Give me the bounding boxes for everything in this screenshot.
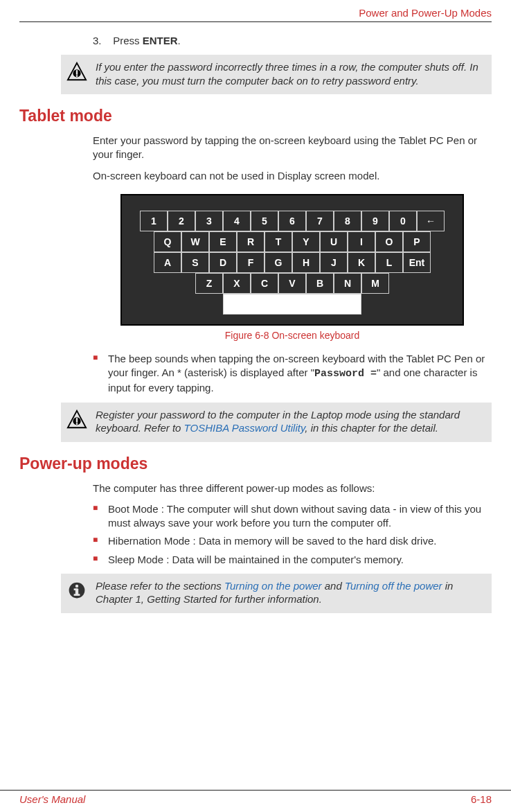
key-3: 3 [195,211,223,231]
warning-icon [65,408,89,430]
step-3: 3. Press ENTER. [93,35,492,46]
heading-power-up-modes: Power-up modes [19,454,492,473]
key-space [223,294,361,315]
callout-3-link-1[interactable]: Turning on the power [224,580,322,592]
key-9: 9 [361,211,389,231]
svg-rect-11 [74,588,78,590]
header-section-title: Power and Power-Up Modes [19,7,492,22]
footer-manual-title: User's Manual [19,793,85,805]
key-a: A [154,252,181,273]
key-s: S [181,252,209,273]
callout-info: Please refer to the sections Turning on … [61,574,492,613]
callout-3-link-2[interactable]: Turning off the power [345,580,442,592]
tablet-paragraph-2: On-screen keyboard can not be used in Di… [93,169,492,183]
svg-rect-2 [76,70,78,75]
bullet-beep: The beep sounds when tapping the on-scre… [93,352,492,396]
key-f: F [237,252,265,273]
key-q: Q [154,231,181,252]
info-icon [65,579,89,600]
svg-point-7 [76,423,78,425]
key-y: Y [292,231,320,252]
key-i: I [348,231,375,252]
warning-icon [65,60,89,82]
key-x: X [223,273,251,294]
key-h: H [292,252,320,273]
bullet-beep-mono: Password = [314,368,377,380]
key-v: V [278,273,306,294]
callout-warning-1: If you enter the password incorrectly th… [61,55,492,94]
callout-2-text: Register your password to the computer i… [96,408,485,435]
svg-rect-6 [76,418,78,423]
key-o: O [375,231,403,252]
key-p: P [403,231,431,252]
key-d: D [209,252,237,273]
callout-2-link[interactable]: TOSHIBA Password Utility [184,422,305,434]
key-e: E [209,231,237,252]
callout-3-mid: and [322,580,345,592]
svg-point-9 [75,584,78,587]
key-←: ← [417,211,445,231]
footer-page-number: 6-18 [471,793,492,805]
key-0: 0 [389,211,417,231]
step-number: 3. [93,35,102,46]
key-6: 6 [278,211,306,231]
power-bullet-2: Sleep Mode : Data will be maintained in … [93,553,492,567]
page-footer: User's Manual 6-18 [0,790,511,812]
svg-point-3 [76,75,78,77]
key-n: N [334,273,361,294]
callout-warning-2: Register your password to the computer i… [61,403,492,442]
key-u: U [320,231,348,252]
key-j: J [320,252,348,273]
key-7: 7 [306,211,334,231]
key-g: G [265,252,292,273]
callout-2-post: , in this chapter for the detail. [305,422,438,434]
power-bullet-0: Boot Mode : The computer will shut down … [93,502,492,531]
tablet-paragraph-1: Enter your password by tapping the on-sc… [93,134,492,162]
key-z: Z [195,273,223,294]
power-paragraph-1: The computer has three different power-u… [93,482,492,495]
key-ent: Ent [403,252,431,273]
callout-1-text: If you enter the password incorrectly th… [96,60,485,87]
key-b: B [306,273,334,294]
key-1: 1 [140,211,168,231]
key-r: R [237,231,265,252]
key-c: C [251,273,278,294]
key-m: M [361,273,389,294]
heading-tablet-mode: Tablet mode [19,107,492,125]
key-8: 8 [334,211,361,231]
step-text-pre: Press [113,35,143,46]
figure-caption: Figure 6-8 On-screen keyboard [225,330,360,341]
key-2: 2 [168,211,195,231]
callout-3-pre: Please refer to the sections [96,580,224,592]
key-w: W [181,231,209,252]
callout-3-text: Please refer to the sections Turning on … [96,579,485,606]
step-text-post: . [178,35,181,46]
key-t: T [265,231,292,252]
key-k: K [348,252,375,273]
key-4: 4 [223,211,251,231]
step-text-bold: ENTER [143,35,178,46]
svg-rect-12 [74,594,80,596]
key-l: L [375,252,403,273]
onscreen-keyboard-figure: 1234567890← QWERTYUIOP ASDFGHJKLEnt ZXCV… [120,194,464,326]
power-bullet-1: Hibernation Mode : Data in memory will b… [93,534,492,548]
key-5: 5 [251,211,278,231]
